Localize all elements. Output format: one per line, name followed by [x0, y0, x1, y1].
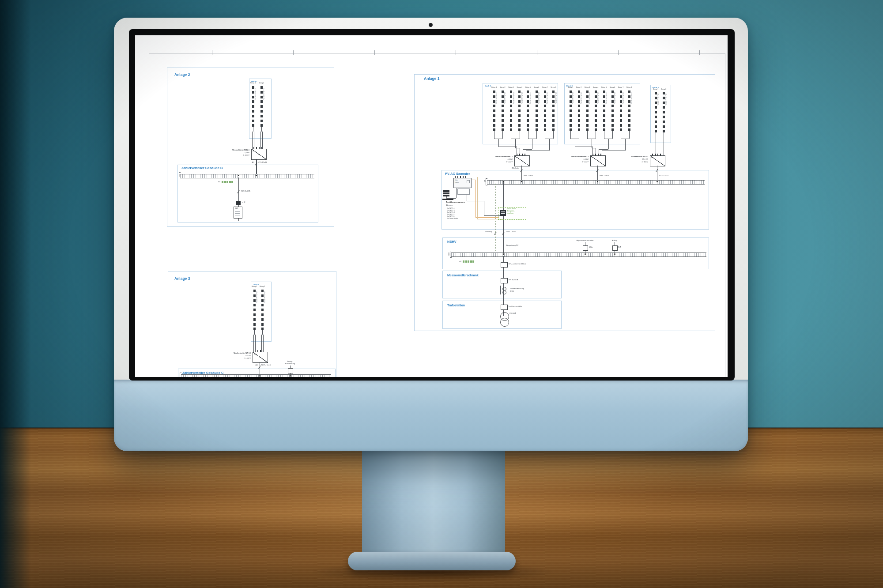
string-module-note: 21 x Modul 380 Wp [555, 92, 556, 104]
string-module-note: 21 x Modul 380 Wp [256, 291, 257, 303]
wire-line [579, 131, 579, 139]
app-screen[interactable]: Anlage 1Anlage 2Anlage 3PV-AC SammlerNSH… [135, 35, 728, 377]
wire-line [511, 131, 511, 139]
annotation-label: 63 A [589, 246, 592, 248]
pv-string-chain[interactable] [628, 90, 630, 131]
string-module-note: 21 x Modul 380 Wp [657, 94, 658, 106]
annotation-label: AC-Kabel [512, 167, 519, 169]
wire-line [532, 139, 532, 149]
panel-title-trafostation: Trafostation [447, 304, 465, 307]
annotation-label: 35 A [618, 246, 621, 248]
inverter-symbol-wr-4[interactable]: =~ [251, 149, 267, 160]
pv-string-chain[interactable] [252, 86, 254, 127]
inverter-symbol-wr-1[interactable]: =~ [514, 155, 530, 166]
junction-dot [259, 375, 260, 377]
annotation-label: PEN [178, 174, 180, 177]
annotation-label: AC [484, 180, 485, 182]
junction-dot [256, 175, 257, 176]
wire-line [570, 131, 571, 139]
wire-line [545, 131, 545, 139]
wire-line [599, 149, 599, 154]
busbar-zv-b[interactable] [180, 174, 314, 178]
transformer-circle[interactable] [502, 290, 506, 294]
smart-meter-block[interactable] [500, 210, 506, 216]
panel-pv-ac-sammler[interactable] [442, 170, 709, 230]
annotation-label: 6 = Smart Meter [447, 218, 458, 220]
string-module-note: 21 x Modul 380 Wp [665, 94, 666, 106]
wire-line [587, 131, 588, 139]
wire-line [253, 335, 254, 352]
inverter-label: 15,0 kW [507, 159, 513, 161]
inverter-label: 15,0 kW [642, 159, 648, 161]
string-module-note: 21 x Modul 380 Wp [538, 92, 539, 104]
inverter-label: Wechselrichter WR 1.1 [495, 156, 513, 158]
pv-string-chain[interactable] [611, 90, 614, 131]
string-module-note: 21 x Modul 380 Wp [614, 92, 615, 104]
string-label: String 3 [585, 87, 590, 89]
string-module-note: 21 x Modul 380 Wp [521, 92, 522, 104]
panel-title-anlage-3: Anlage 3 [174, 277, 190, 281]
pv-string-chain[interactable] [510, 90, 512, 131]
panel-title-anlage-1: Anlage 1 [424, 77, 439, 81]
wire-line [523, 149, 532, 150]
wire-line [498, 147, 517, 147]
wire-line [235, 211, 240, 212]
imac-stand-foot [348, 552, 516, 570]
wire-line [592, 147, 593, 154]
inverter-symbol-wr-5[interactable]: =~ [253, 352, 268, 363]
pv-string-chain[interactable] [253, 290, 256, 330]
pv-string-chain[interactable] [586, 90, 589, 131]
antenna-module [443, 190, 449, 192]
pv-string-chain[interactable] [552, 90, 555, 131]
wire-line [262, 132, 263, 149]
fuse-symbol[interactable] [612, 245, 618, 251]
pv-string-chain[interactable] [536, 90, 538, 131]
pv-string-chain[interactable] [578, 90, 580, 131]
junction-dot [503, 253, 504, 255]
pv-string-chain[interactable] [570, 90, 572, 131]
pv-string-chain[interactable] [260, 86, 263, 127]
pv-string-chain[interactable] [493, 90, 495, 131]
annotation-label: Adressen: [446, 205, 453, 207]
annotation-label: NH-Lasttrenner 160 A [509, 263, 526, 265]
panel-title-pv-ac-sammler: PV-AC Sammler [445, 172, 470, 176]
string-label: String 7 [618, 87, 623, 89]
wire-line [597, 166, 598, 180]
pv-string-chain[interactable] [663, 92, 665, 132]
junction-dot [657, 181, 658, 182]
pv-string-chain[interactable] [261, 290, 264, 330]
pv-string-chain[interactable] [595, 90, 597, 131]
wire-line [374, 50, 375, 55]
busbar-zv-c[interactable] [181, 374, 331, 377]
pv-string-chain[interactable] [518, 90, 521, 131]
fuse-symbol[interactable] [501, 278, 508, 283]
pv-string-chain[interactable] [502, 90, 504, 131]
diagram-canvas[interactable]: Anlage 1Anlage 2Anlage 3PV-AC SammlerNSH… [135, 35, 728, 377]
annotation-label: eHZ [242, 201, 245, 203]
string-module-note: 21 x Modul 380 Wp [504, 92, 505, 104]
pv-string-chain[interactable] [620, 90, 622, 131]
annotation-label: NYY-J 5x10 [659, 175, 668, 177]
busbar-nshv[interactable] [451, 253, 706, 257]
busbar-pv-ac[interactable] [487, 180, 705, 185]
inverter-label: 3~ 400 V [582, 162, 589, 163]
panel-zaehlerverteiler-gebaeude-b[interactable] [177, 165, 318, 222]
pv-string-chain[interactable] [544, 90, 546, 131]
pv-string-chain[interactable] [527, 90, 529, 131]
string-module-note: 21 x Modul 380 Wp [546, 92, 547, 104]
pv-string-chain[interactable] [603, 90, 605, 131]
roof-box-dach-3-anlage-1[interactable] [650, 85, 671, 143]
fuse-symbol[interactable] [583, 245, 588, 251]
wire-line [553, 131, 554, 139]
wire-line [618, 50, 619, 55]
inverter-symbol-wr-2[interactable]: =~ [590, 155, 606, 166]
pv-string-chain[interactable] [655, 92, 657, 132]
fuse-symbol[interactable] [288, 368, 293, 373]
string-module-note: 21 x Modul 380 Wp [580, 92, 581, 104]
fuse-symbol[interactable] [501, 305, 508, 310]
fuse-symbol[interactable] [501, 262, 508, 268]
wire-line [446, 196, 447, 198]
inverter-symbol-wr-3[interactable]: =~ [650, 155, 665, 166]
wire-line [596, 131, 596, 139]
transformer-circle[interactable] [500, 318, 509, 327]
